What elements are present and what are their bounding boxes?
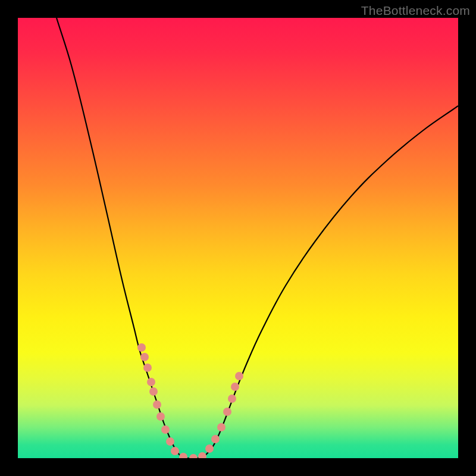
data-dot bbox=[205, 444, 214, 453]
data-dot bbox=[171, 447, 179, 455]
data-dot bbox=[147, 378, 155, 386]
data-dot bbox=[179, 453, 187, 458]
data-dot bbox=[235, 372, 243, 380]
plot-area bbox=[18, 18, 458, 458]
data-dot bbox=[198, 452, 206, 458]
dots-layer bbox=[18, 18, 458, 458]
data-dot bbox=[161, 425, 170, 434]
data-dot bbox=[137, 343, 146, 352]
data-dot bbox=[228, 394, 236, 403]
data-dot bbox=[153, 400, 161, 409]
data-dot bbox=[140, 353, 149, 361]
data-dot bbox=[211, 435, 220, 443]
chart-frame: TheBottleneck.com bbox=[0, 0, 476, 476]
data-dot bbox=[156, 412, 165, 421]
data-dot bbox=[217, 423, 226, 431]
data-dot bbox=[166, 437, 174, 446]
data-dot bbox=[189, 454, 198, 458]
watermark-text: TheBottleneck.com bbox=[361, 4, 470, 18]
data-dot bbox=[149, 387, 158, 396]
data-dot bbox=[143, 364, 152, 372]
data-dot bbox=[223, 408, 231, 416]
data-dot bbox=[231, 383, 239, 391]
